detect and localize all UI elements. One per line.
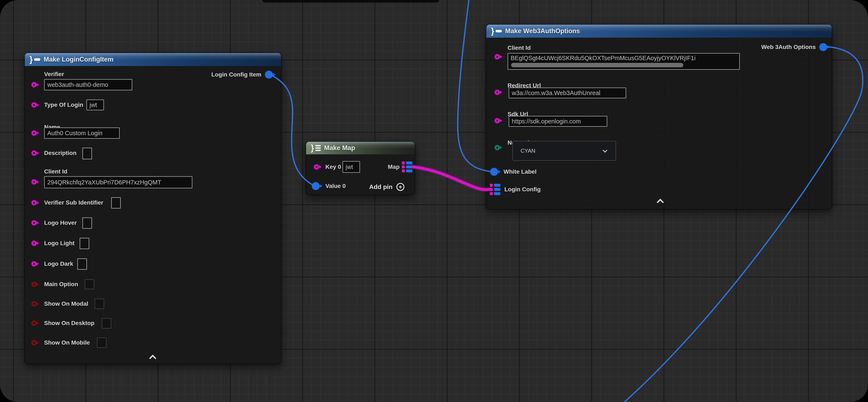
pin-label-type-of-login: Type Of Login	[44, 101, 83, 109]
login-config-item-output-pin[interactable]	[265, 70, 273, 79]
client-id-input[interactable]: BEglQSgt4cUWcj6SKRdu5QkOXTsePmMcusG5EAoy…	[507, 53, 740, 70]
pin-label-show-on-mobile: Show On Mobile	[44, 339, 90, 347]
pin-label-verifier-sub-identifier: Verifier Sub Identifier	[44, 199, 103, 207]
description-pin[interactable]	[31, 150, 37, 156]
node-title: Make Web3AuthOptions	[505, 27, 580, 35]
collapse-node-chevron-icon[interactable]	[657, 199, 664, 206]
key-0-input[interactable]: jwt	[342, 161, 360, 173]
offscreen-node-bottom-edge[interactable]	[262, 0, 439, 2]
pin-label-key-0: Key 0	[326, 163, 341, 171]
sdk-url-pin[interactable]	[495, 118, 500, 123]
verifier-sub-identifier-input[interactable]	[111, 197, 121, 208]
logo-dark-input[interactable]	[77, 258, 87, 270]
node-make-loginconfigitem[interactable]: } Make LoginConfigItem Login Config Item…	[24, 53, 281, 364]
pin-label-logo-light: Logo Light	[44, 239, 74, 248]
map-output-pin[interactable]	[402, 162, 413, 172]
client-id-input[interactable]: 294QRkchfq2YaXUbPri7D6PH7xzHgQMT	[44, 176, 192, 189]
pin-label-map: Map	[388, 163, 400, 171]
pin-label-value-0: Value 0	[326, 182, 346, 190]
description-input[interactable]	[82, 148, 92, 160]
output-pin-label: Web 3Auth Options	[761, 43, 816, 51]
add-pin-button[interactable]: Add pin +	[369, 183, 404, 191]
pin-label-client-id: Client Id	[507, 44, 531, 52]
chevron-down-icon	[603, 148, 608, 153]
value-0-pin[interactable]	[312, 182, 320, 190]
client-id-scrollbar[interactable]	[511, 63, 683, 67]
node-make-web3authoptions[interactable]: } Make Web3AuthOptions Web 3Auth Options…	[486, 24, 832, 209]
network-selected-value: CYAN	[521, 148, 535, 154]
node-header-make-map[interactable]: } Make Map	[306, 142, 415, 154]
logo-light-pin[interactable]	[31, 240, 37, 246]
add-pin-label: Add pin	[369, 183, 393, 191]
collapse-node-chevron-icon[interactable]	[149, 355, 156, 362]
show-on-mobile-checkbox[interactable]	[97, 338, 106, 348]
verifier-sub-identifier-pin[interactable]	[31, 200, 37, 205]
login-config-pin[interactable]	[490, 184, 501, 195]
logo-dark-pin[interactable]	[31, 261, 37, 267]
pin-label-login-config: Login Config	[504, 185, 541, 194]
pin-label-main-option: Main Option	[44, 280, 78, 288]
type-of-login-pin[interactable]	[31, 102, 37, 108]
pin-label-logo-dark: Logo Dark	[44, 260, 73, 268]
network-dropdown[interactable]: CYAN	[513, 141, 616, 161]
redirect-url-input[interactable]: w3a://com.w3a.Web3AuthUnreal	[508, 87, 626, 98]
pin-label-client-id: Client Id	[44, 167, 67, 176]
redirect-url-pin[interactable]	[495, 90, 500, 95]
pin-label-show-on-modal: Show On Modal	[44, 299, 88, 308]
show-on-modal-checkbox[interactable]	[95, 298, 104, 309]
name-pin[interactable]	[31, 131, 37, 136]
pin-label-white-label: White Label	[503, 168, 536, 176]
verifier-pin[interactable]	[31, 82, 37, 87]
node-header-make-web3authoptions[interactable]: } Make Web3AuthOptions	[486, 25, 832, 38]
show-on-modal-pin[interactable]	[31, 301, 37, 307]
main-option-pin[interactable]	[31, 282, 37, 287]
pin-label-show-on-desktop: Show On Desktop	[44, 319, 95, 327]
pin-label-logo-hover: Logo Hover	[44, 219, 77, 227]
output-pin-label: Login Config Item	[211, 70, 261, 79]
make-struct-icon: }	[491, 27, 502, 35]
pin-label-description: Description	[44, 149, 76, 157]
type-of-login-input[interactable]: jwt	[86, 99, 104, 110]
wire-map-to-loginconfig[interactable]	[412, 167, 490, 190]
show-on-mobile-pin[interactable]	[31, 340, 37, 345]
white-label-pin[interactable]	[490, 168, 498, 176]
client-id-pin[interactable]	[495, 54, 500, 59]
network-pin[interactable]	[495, 145, 500, 150]
show-on-desktop-pin[interactable]	[31, 320, 37, 326]
logo-light-input[interactable]	[80, 238, 89, 249]
blueprint-graph-canvas[interactable]: } Make LoginConfigItem Login Config Item…	[0, 0, 868, 402]
name-input[interactable]: Auth0 Custom Login	[44, 127, 120, 139]
verifier-input[interactable]: web3auth-auth0-demo	[44, 79, 132, 90]
logo-hover-pin[interactable]	[31, 220, 37, 226]
show-on-desktop-checkbox[interactable]	[102, 318, 111, 328]
key-0-pin[interactable]	[314, 164, 319, 170]
wire-map-to-loginconfig-glow	[412, 167, 490, 190]
web3auth-options-output-pin[interactable]	[819, 43, 827, 51]
client-id-pin[interactable]	[31, 179, 37, 184]
make-map-icon: }	[311, 144, 321, 152]
node-title: Make LoginConfigItem	[44, 56, 114, 63]
node-make-map[interactable]: } Make Map Key 0 jwt Map Value 0 Add pin…	[306, 141, 415, 195]
logo-hover-input[interactable]	[82, 218, 92, 229]
pin-label-verifier: Verifier	[44, 70, 64, 79]
node-title: Make Map	[324, 144, 355, 152]
node-header-make-loginconfigitem[interactable]: } Make LoginConfigItem	[25, 53, 281, 66]
make-struct-icon: }	[29, 55, 40, 64]
main-option-checkbox[interactable]	[85, 279, 94, 289]
sdk-url-input[interactable]: https://sdk.openlogin.com	[508, 116, 607, 127]
add-pin-plus-icon: +	[396, 183, 404, 191]
